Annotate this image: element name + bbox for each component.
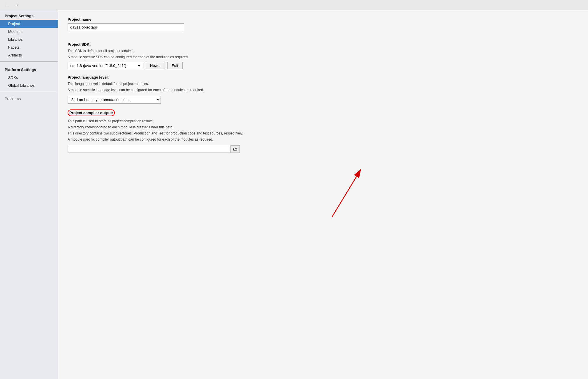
project-sdk-section: Project SDK: This SDK is default for all… (68, 42, 579, 69)
sidebar-item-artifacts[interactable]: Artifacts (0, 51, 58, 59)
main-layout: Project Settings Project Modules Librari… (0, 10, 588, 379)
sdk-select-wrapper: 🗂 1.8 (java version "1.8.0_241") (68, 62, 143, 69)
compiler-output-label: Project compiler output: (68, 109, 115, 116)
lang-level-desc-1: This language level is default for all p… (68, 81, 579, 86)
project-settings-section-label: Project Settings (0, 10, 58, 20)
sidebar-divider-2 (0, 92, 58, 92)
folder-icon: 🗁 (233, 147, 237, 151)
lang-level-desc-2: A module specific language level can be … (68, 87, 579, 93)
project-name-label: Project name: (68, 17, 579, 22)
compiler-output-desc-3: This directory contains two subdirectori… (68, 131, 579, 136)
output-path-row: 🗁 (68, 145, 579, 153)
svg-line-1 (332, 169, 361, 217)
sdk-desc-1: This SDK is default for all project modu… (68, 48, 579, 54)
compiler-output-desc-4: A module specific compiler output path c… (68, 137, 579, 142)
sidebar-item-project[interactable]: Project (0, 20, 58, 28)
sidebar-item-facets[interactable]: Facets (0, 43, 58, 51)
compiler-output-browse-button[interactable]: 🗁 (231, 145, 240, 153)
sidebar-item-modules[interactable]: Modules (0, 28, 58, 36)
sdk-desc-2: A module specific SDK can be configured … (68, 54, 579, 60)
sdk-new-button[interactable]: New... (146, 62, 165, 69)
project-name-section: Project name: (68, 17, 579, 36)
compiler-output-input[interactable] (68, 145, 231, 153)
back-button[interactable]: ← (3, 2, 10, 8)
top-bar: ← → (0, 0, 588, 10)
compiler-output-desc-1: This path is used to store all project c… (68, 118, 579, 124)
sidebar-item-libraries[interactable]: Libraries (0, 36, 58, 43)
project-language-level-section: Project language level: This language le… (68, 75, 579, 104)
sidebar-divider (0, 61, 58, 62)
sdk-row: 🗂 1.8 (java version "1.8.0_241") New... … (68, 62, 579, 69)
project-name-input[interactable] (68, 23, 184, 31)
language-level-dropdown[interactable]: 8 - Lambdas, type annotations etc.7 - Di… (68, 96, 161, 104)
platform-settings-section-label: Platform Settings (0, 64, 58, 74)
sdk-edit-button[interactable]: Edit (167, 62, 182, 69)
sidebar-item-global-libraries[interactable]: Global Libraries (0, 82, 58, 89)
project-language-level-label: Project language level: (68, 75, 579, 79)
sidebar-item-problems[interactable]: Problems (0, 94, 58, 103)
content-area: Project name: Project SDK: This SDK is d… (58, 10, 588, 379)
sdk-dropdown[interactable]: 1.8 (java version "1.8.0_241") (75, 63, 141, 68)
sdk-folder-icon: 🗂 (70, 63, 74, 68)
compiler-output-section: Project compiler output: This path is us… (68, 109, 579, 153)
project-sdk-label: Project SDK: (68, 42, 579, 47)
sidebar-item-sdks[interactable]: SDKs (0, 74, 58, 82)
forward-button[interactable]: → (13, 2, 20, 8)
sidebar: Project Settings Project Modules Librari… (0, 10, 58, 379)
compiler-output-desc-2: A directory corresponding to each module… (68, 125, 579, 130)
